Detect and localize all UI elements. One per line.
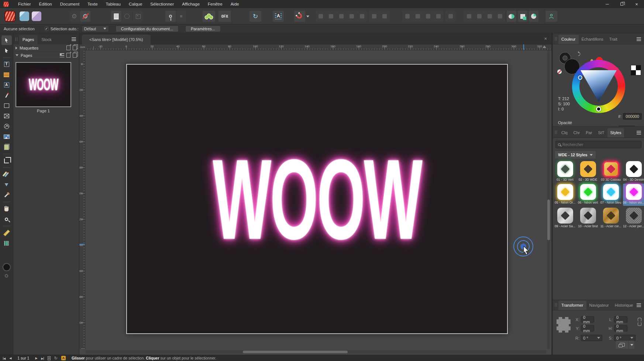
move-tool[interactable] bbox=[1, 35, 12, 45]
document-button[interactable] bbox=[111, 11, 121, 22]
preferences-gear-button[interactable]: ⚙ bbox=[80, 11, 90, 22]
page-thumbnail[interactable]: WOOW bbox=[16, 62, 71, 107]
swap-colors-icon[interactable]: ⤺ bbox=[577, 51, 582, 56]
section-pages[interactable]: Pages bbox=[13, 52, 79, 59]
publisher-app-icon[interactable] bbox=[5, 11, 15, 22]
anchor-point-selector[interactable] bbox=[557, 317, 571, 333]
style-06-neon-vert[interactable]: 06 - Néon vert bbox=[577, 184, 599, 206]
photo-app-icon[interactable] bbox=[31, 11, 42, 22]
field-input[interactable]: 0 ° bbox=[581, 335, 602, 341]
frame-text-tool[interactable]: T bbox=[1, 59, 12, 69]
tab-transformer[interactable]: Transformer bbox=[558, 301, 586, 310]
style-collection-dropdown[interactable]: WDE - 12 Styles bbox=[555, 151, 596, 159]
panel-grip-icon[interactable] bbox=[16, 37, 17, 41]
vertical-scrollbar[interactable] bbox=[547, 50, 550, 349]
settings-button[interactable]: Paramètres... bbox=[185, 25, 221, 32]
style-04-3d-dessin[interactable]: 04 - 3D Dessin bbox=[623, 161, 644, 183]
styles-search[interactable] bbox=[555, 141, 641, 148]
menu-document[interactable]: Document bbox=[56, 2, 83, 6]
tab-navigateur[interactable]: Navigateur bbox=[586, 301, 612, 310]
clipping-button[interactable] bbox=[518, 11, 527, 22]
panel-menu-icon[interactable] bbox=[637, 37, 641, 38]
last-page-button[interactable]: ▶ bbox=[41, 356, 44, 360]
transparency-button[interactable] bbox=[507, 11, 516, 22]
document-setup-button[interactable]: Configuration du document... bbox=[116, 25, 179, 32]
style-01-3d-vert[interactable]: 01 - 3D Vert bbox=[554, 161, 576, 183]
search-input[interactable] bbox=[562, 142, 639, 147]
chevron-down-icon[interactable] bbox=[630, 337, 633, 339]
pages-view-icon[interactable] bbox=[48, 356, 51, 360]
brush-tool[interactable] bbox=[1, 170, 12, 179]
transform-objects-button[interactable] bbox=[203, 11, 215, 22]
tab-stt[interactable]: StT bbox=[595, 128, 607, 137]
duplicate-page-icon[interactable] bbox=[73, 53, 77, 58]
style-10-acier-brut[interactable]: 10 - Acier brut bbox=[577, 207, 599, 229]
contrast-swatch-icon[interactable] bbox=[631, 65, 641, 75]
field-input[interactable]: 0 mm bbox=[581, 316, 594, 323]
rotate-view-button[interactable]: ↻ bbox=[249, 11, 261, 22]
vertical-ruler[interactable]: 020406080100120140160180200 bbox=[79, 50, 85, 349]
tab-trait[interactable]: Trait bbox=[606, 35, 620, 44]
style-12-acier-per-[interactable]: 12 - Acier per... bbox=[623, 207, 644, 229]
style-07-neon-bleu[interactable]: 07 - Néon bleu bbox=[600, 184, 621, 206]
layer-effects-button[interactable]: 0FX bbox=[218, 11, 231, 22]
menu-texte[interactable]: Texte bbox=[83, 2, 102, 6]
style-11-acier-cor-[interactable]: 11 - Acier cor... bbox=[600, 207, 621, 229]
style-03-3d-gateau[interactable]: 03 3D Gateau bbox=[600, 161, 621, 183]
menu-affichage[interactable]: Affichage bbox=[178, 2, 204, 6]
next-page-button[interactable]: ▶ bbox=[35, 357, 37, 360]
color-picker-tool[interactable] bbox=[1, 190, 12, 200]
node-tool[interactable] bbox=[1, 46, 12, 55]
no-color-icon[interactable] bbox=[557, 69, 562, 74]
current-color-swatch[interactable] bbox=[3, 263, 11, 271]
first-page-button[interactable]: ◀ bbox=[3, 356, 6, 360]
style-09-acier-sa-[interactable]: 09 - Acier Sa... bbox=[554, 207, 576, 229]
crop-tool[interactable] bbox=[1, 156, 12, 166]
vertical-scrollbar-thumb[interactable] bbox=[547, 200, 550, 240]
field-input[interactable]: 0 ° bbox=[614, 335, 636, 341]
tab-echantillons[interactable]: Échantillons bbox=[579, 35, 606, 44]
auto-select-dropdown[interactable]: Défaut bbox=[82, 25, 109, 32]
style-05-neon-or-[interactable]: 05 - Néon Or... bbox=[554, 184, 576, 206]
picture-frame-rect-tool[interactable] bbox=[1, 111, 12, 121]
menu-fenetre[interactable]: Fenêtre bbox=[204, 2, 227, 6]
rectangle-tool[interactable] bbox=[1, 101, 12, 110]
color-wheel[interactable] bbox=[572, 60, 625, 113]
tab-styles[interactable]: Styles bbox=[607, 128, 624, 137]
text-wrap-button[interactable] bbox=[273, 11, 284, 22]
stock-tool[interactable] bbox=[1, 142, 12, 152]
canvas-page[interactable]: WOOW bbox=[126, 64, 508, 334]
account-button[interactable] bbox=[545, 11, 557, 22]
menu-tableau[interactable]: Tableau bbox=[102, 2, 125, 6]
panel-menu-icon[interactable] bbox=[72, 37, 76, 38]
horizontal-scrollbar-thumb[interactable] bbox=[243, 351, 348, 353]
transform-origin-button[interactable] bbox=[616, 341, 628, 349]
field-input[interactable]: 0 mm bbox=[614, 325, 627, 331]
menu-fichier[interactable]: Fichier bbox=[14, 2, 35, 6]
section-maquettes[interactable]: Maquettes bbox=[13, 44, 79, 52]
fill-tool[interactable] bbox=[1, 180, 12, 190]
place-image-tool[interactable] bbox=[1, 132, 12, 142]
link-dimensions-icon[interactable] bbox=[638, 318, 641, 326]
auto-select-checkbox[interactable]: ✓ bbox=[45, 27, 49, 31]
pen-tool[interactable] bbox=[1, 91, 12, 100]
panel-divider[interactable] bbox=[551, 33, 553, 355]
restore-button[interactable] bbox=[614, 0, 629, 8]
insert-target-button[interactable] bbox=[529, 11, 538, 22]
panel-grip-icon[interactable] bbox=[555, 303, 557, 307]
field-input[interactable]: 0 mm bbox=[614, 316, 627, 323]
panel-grip-icon[interactable] bbox=[555, 130, 557, 134]
secondary-color-swatch[interactable] bbox=[5, 274, 8, 277]
ruler-units-corner[interactable]: mm bbox=[79, 44, 85, 50]
menu-edition[interactable]: Édition bbox=[35, 2, 56, 6]
panel-menu-icon[interactable] bbox=[637, 131, 641, 132]
hex-input[interactable]: 000000 bbox=[623, 113, 642, 120]
panel-menu-icon[interactable] bbox=[637, 303, 641, 304]
preflight-refresh-icon[interactable]: ↻ bbox=[54, 356, 58, 361]
tab-pages[interactable]: Pages bbox=[19, 35, 38, 44]
tab-stock[interactable]: Stock bbox=[38, 35, 55, 44]
zoom-tool[interactable] bbox=[1, 214, 12, 224]
menu-selectionner[interactable]: Sélectionner bbox=[146, 2, 178, 6]
measure-tool[interactable] bbox=[1, 228, 12, 238]
pattern-tool[interactable] bbox=[1, 238, 12, 248]
